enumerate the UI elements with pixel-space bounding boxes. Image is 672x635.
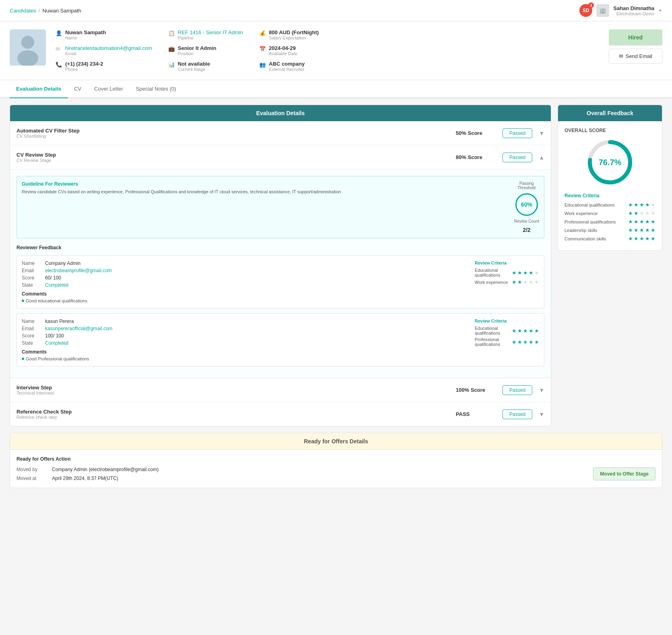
user-info: SD 1 🏢 Sahan Dimnatha Electrobeam Demo ▼: [579, 4, 662, 17]
star-2: ★: [517, 339, 522, 345]
candidate-name-label: Name: [65, 35, 106, 40]
step-sub-cv-review: CV Review Stage: [17, 158, 449, 163]
criteria-stars-communication: ★ ★ ★ ★ ★: [628, 236, 655, 242]
star: ★: [651, 227, 655, 233]
star: ★: [645, 219, 650, 225]
criteria-label-educational: Educational qualifications: [564, 203, 614, 207]
donut-chart: 76.7%: [586, 138, 634, 186]
offers-moved-at-field: Moved at April 29th 2024, 8:37 PM(UTC): [17, 476, 159, 481]
reviewer-email-value-2: kasunpereraofficial@gmail.com: [45, 326, 112, 331]
review-criteria-title-1: Review Criteria: [475, 261, 539, 265]
offers-moved-at-value: April 29th 2024, 8:37 PM(UTC): [52, 476, 118, 481]
badge-passed-interview: Passed: [502, 385, 532, 395]
offers-moved-at-label: Moved at: [17, 476, 49, 481]
candidate-position: Senior It Admin: [178, 45, 217, 51]
reviewer-email-field-2: Email kasunpereraofficial@gmail.com: [22, 326, 468, 331]
step-name-auto-cv: Automated CV Filter Step: [17, 128, 449, 134]
step-row-auto-cv[interactable]: Automated CV Filter Step CV Shortlisting…: [10, 121, 551, 145]
guideline-body: Review candidate CVs based on writing ex…: [22, 188, 508, 195]
star-3: ★: [523, 279, 528, 285]
offers-moved-by-label: Moved by: [17, 467, 49, 472]
step-score-auto-cv: 50% Score: [456, 130, 496, 136]
notification-badge: 1: [588, 2, 594, 8]
candidate-phone: (+1) (234) 234-2: [65, 61, 103, 67]
star: ★: [628, 236, 633, 242]
moved-to-offer-stage-button[interactable]: Moved to Offer Stage: [593, 467, 655, 480]
criteria-name-2-2: Professionalqualifications: [475, 337, 500, 347]
tab-cover-letter[interactable]: Cover Letter: [88, 80, 130, 98]
criteria-item-educational: Educational qualifications ★ ★ ★ ★ ★: [564, 202, 655, 208]
chevron-up-icon-cv-review: ▲: [539, 154, 544, 161]
candidate-ref[interactable]: REF 1416 - Senior IT Admin: [178, 29, 243, 35]
reviewer-state-field-1: State Completed: [22, 282, 468, 288]
candidate-stage: Not available: [178, 61, 210, 67]
star: ★: [634, 236, 639, 242]
star: ★: [634, 210, 639, 216]
avatar-initials: SD: [583, 8, 589, 13]
evaluation-details-card: Evaluation Details Automated CV Filter S…: [10, 105, 551, 426]
info-col-1: 👤 Nuwan Sampath Name ✉ hiretracetestauto…: [56, 29, 152, 72]
passing-threshold-label: PassingThreshold: [518, 181, 536, 190]
candidate-position-label: Position: [178, 51, 217, 56]
offers-body: Ready for Offers Action Moved by Company…: [10, 450, 662, 488]
step-info-reference: Reference Check Step Refrence check step: [17, 409, 449, 420]
stars-1-1: ★ ★ ★ ★ ★: [512, 270, 539, 276]
overall-feedback-header: Overall Feedback: [558, 105, 662, 121]
user-company: Electrobeam Demo: [613, 11, 654, 16]
action-buttons: Hired ✉ Send Email: [609, 29, 662, 64]
guideline-text: Guideline For Reviewers Review candidate…: [22, 181, 508, 233]
step-name-interview: Interview Step: [17, 385, 449, 391]
calendar-icon: 📅: [259, 46, 266, 52]
step-info-auto-cv: Automated CV Filter Step CV Shortlisting: [17, 128, 449, 139]
tab-special-notes[interactable]: Special Notes (0): [130, 80, 183, 98]
step-row-reference[interactable]: Reference Check Step Refrence check step…: [10, 402, 551, 426]
candidate-phone-item: 📞 (+1) (234) 234-2 Phone: [56, 61, 152, 72]
chevron-down-icon[interactable]: ▼: [658, 8, 662, 13]
step-name-cv-review: CV Review Step: [17, 152, 449, 158]
candidate-position-item: 💼 Senior It Admin Position: [168, 45, 243, 56]
user-name: Sahan Dimnatha: [613, 5, 654, 11]
tab-evaluation[interactable]: Evaluation Details: [10, 80, 68, 98]
reviewer-comments-2: Comments Good Professional qualification…: [22, 349, 468, 361]
expanded-cv-review: Guideline For Reviewers Review candidate…: [10, 170, 551, 378]
reviewer-comment-text-2: Good Professional qualifications: [26, 356, 89, 361]
star-4: ★: [529, 270, 533, 276]
offers-moved-by-field: Moved by Company Admin (electrobeamprofi…: [17, 467, 159, 472]
criteria-item-work: Work experience ★ ★ ★ ★ ★: [564, 210, 655, 216]
step-score-reference: PASS: [456, 411, 496, 417]
step-row-interview[interactable]: Interview Step Technical Interview 100% …: [10, 378, 551, 402]
tab-cv[interactable]: CV: [68, 80, 88, 98]
offers-fields: Moved by Company Admin (electrobeamprofi…: [17, 467, 159, 481]
reviewer-score-value-2: 100/ 100: [45, 333, 64, 339]
hired-button[interactable]: Hired: [609, 29, 662, 46]
guideline-box: Guideline For Reviewers Review candidate…: [17, 176, 544, 238]
candidate-stage-item: 📊 Not available Current Stage: [168, 61, 243, 72]
svg-point-1: [21, 36, 34, 49]
breadcrumb-candidates-link[interactable]: Candidates: [10, 8, 36, 14]
criteria-row-1-1: Educationalqualifications ★ ★ ★ ★ ★: [475, 268, 539, 277]
reviewer-name-label-1: Name: [22, 261, 42, 266]
step-sub-auto-cv: CV Shortlisting: [17, 134, 449, 139]
send-email-button[interactable]: ✉ Send Email: [609, 49, 662, 64]
reviewer-comments-label-2: Comments: [22, 349, 468, 355]
candidate-email[interactable]: hiretracetestautomation4@gmail.com: [65, 45, 152, 51]
star: ★: [651, 210, 655, 216]
reviewer-score-label-1: Score: [22, 275, 42, 281]
reviewer-name-label-2: Name: [22, 319, 42, 324]
review-criteria-header: Review Criteria: [564, 193, 655, 199]
passing-score-circle: 60%: [515, 193, 538, 216]
step-row-cv-review[interactable]: CV Review Step CV Review Stage 80% Score…: [10, 145, 551, 170]
criteria-label-communication: Communication skills: [564, 236, 606, 241]
criteria-row-2-1: Educationalqualifications ★ ★ ★ ★ ★: [475, 326, 539, 335]
reviewer-score-field-1: Score 60/ 100: [22, 275, 468, 281]
criteria-stars-educational: ★ ★ ★ ★ ★: [628, 202, 655, 208]
stars-1-2: ★ ★ ★ ★ ★: [512, 279, 539, 285]
avatar: SD 1: [579, 4, 592, 17]
reviewer-comments-label-1: Comments: [22, 291, 468, 297]
breadcrumb-separator: /: [39, 8, 40, 14]
salary-icon: 💰: [259, 30, 266, 37]
criteria-item-leadership: Leadership skills ★ ★ ★ ★ ★: [564, 227, 655, 233]
star-3: ★: [523, 339, 528, 345]
breadcrumb-current: Nuwan Sampath: [42, 8, 81, 14]
breadcrumb: Candidates / Nuwan Sampath: [10, 8, 81, 14]
